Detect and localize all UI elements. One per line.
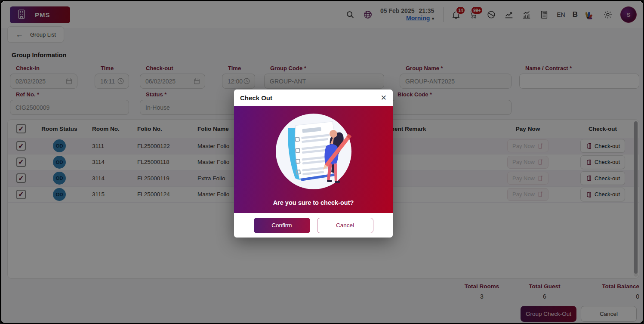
checkout-illustration <box>268 109 359 195</box>
modal-title: Check Out <box>240 94 272 102</box>
pms-app-window: PMS 05 Feb 202521:35 Morning ▾ 14 99+ <box>0 0 644 324</box>
confirm-button[interactable]: Confirm <box>254 218 310 233</box>
checkout-modal: Check Out ✕ <box>234 89 393 238</box>
modal-footer: Confirm Cancel <box>234 213 393 238</box>
close-icon[interactable]: ✕ <box>381 94 387 102</box>
modal-banner: Are you sure to check-out? <box>234 106 393 213</box>
modal-cancel-button[interactable]: Cancel <box>317 218 373 233</box>
modal-header: Check Out ✕ <box>234 89 393 106</box>
modal-message: Are you sure to check-out? <box>234 199 393 206</box>
